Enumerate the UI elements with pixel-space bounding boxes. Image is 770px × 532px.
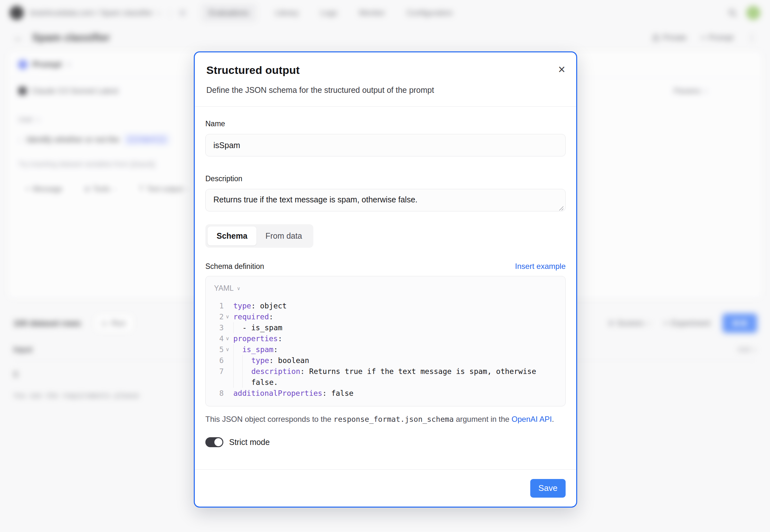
footnote-text: . <box>552 415 554 423</box>
modal-body: Name Description SchemaFrom data Schema … <box>195 107 576 447</box>
code-line: 7description: Returns true if the text m… <box>214 366 557 388</box>
language-label: YAML <box>214 284 234 293</box>
strict-mode-row: Strict mode <box>205 437 566 447</box>
tab-schema[interactable]: Schema <box>208 226 256 245</box>
close-icon[interactable]: × <box>558 63 565 75</box>
modal-title: Structured output <box>206 64 565 76</box>
code-block[interactable]: 1type: object2∨required:3- is_spam4∨prop… <box>214 300 557 399</box>
chevron-down-icon: ∨ <box>237 286 240 291</box>
resize-handle[interactable] <box>559 206 563 210</box>
description-label: Description <box>205 174 566 183</box>
schema-editor[interactable]: YAML ∨ 1type: object2∨required:3- is_spa… <box>205 276 566 406</box>
fold-chevron-icon[interactable]: ∨ <box>224 311 233 322</box>
footnote-text: argument in the <box>454 415 512 423</box>
openai-api-link[interactable]: OpenAI API <box>512 415 552 423</box>
code-line: 6type: boolean <box>214 355 557 366</box>
modal-subtitle: Define the JSON schema for the structure… <box>206 85 565 106</box>
schema-source-tabs: SchemaFrom data <box>205 224 313 248</box>
fold-chevron-icon[interactable]: ∨ <box>224 333 233 344</box>
code-line: 3- is_spam <box>214 322 557 333</box>
modal-header: Structured output × Define the JSON sche… <box>195 52 576 106</box>
footnote-text: This JSON object corresponds to the <box>205 415 333 423</box>
modal-footer: Save <box>195 469 576 507</box>
insert-example-link[interactable]: Insert example <box>515 262 566 271</box>
language-selector[interactable]: YAML ∨ <box>214 284 557 293</box>
description-input[interactable] <box>205 189 566 211</box>
save-button[interactable]: Save <box>530 479 566 498</box>
code-line: 8additionalProperties: false <box>214 388 557 399</box>
tab-from-data[interactable]: From data <box>256 226 311 245</box>
code-line: 1type: object <box>214 300 557 311</box>
name-input[interactable] <box>205 134 566 156</box>
schema-definition-row: Schema definition Insert example <box>205 262 566 271</box>
code-line: 2∨required: <box>214 311 557 322</box>
strict-mode-label: Strict mode <box>229 438 270 447</box>
fold-chevron-icon[interactable]: ∨ <box>224 344 233 355</box>
toggle-knob <box>214 438 222 446</box>
name-label: Name <box>205 120 566 128</box>
code-line: 5∨is_spam: <box>214 344 557 355</box>
code-line: 4∨properties: <box>214 333 557 344</box>
schema-definition-label: Schema definition <box>205 262 264 271</box>
footnote-code: response_format.json_schema <box>333 415 454 423</box>
strict-mode-toggle[interactable] <box>205 437 223 447</box>
structured-output-modal: Structured output × Define the JSON sche… <box>194 51 577 508</box>
schema-footnote: This JSON object corresponds to the resp… <box>205 413 566 425</box>
